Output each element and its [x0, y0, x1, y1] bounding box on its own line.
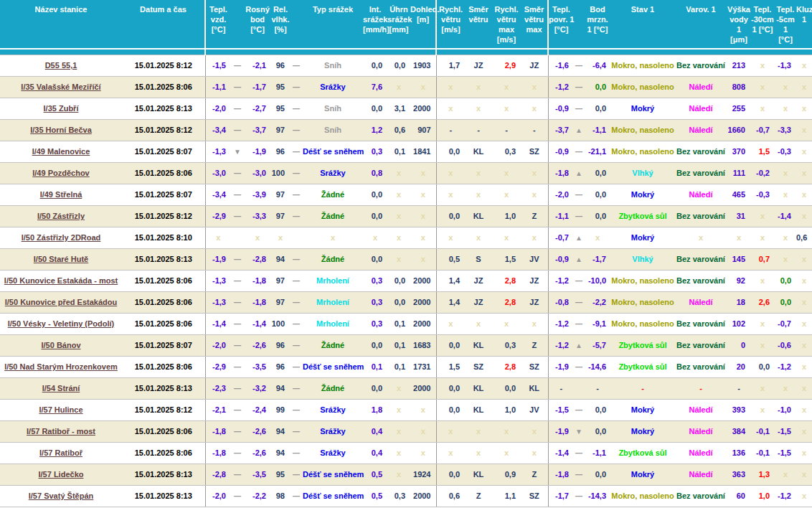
rel-humidity: 97	[271, 291, 290, 313]
station: I/50 Bánov	[0, 334, 122, 356]
wind-speed-max: 2,8	[492, 356, 521, 377]
precip-intensity: 7,6	[363, 76, 387, 98]
station-link[interactable]: I/57 Ratiboř - most	[27, 427, 95, 436]
slipperiness: x	[796, 55, 812, 76]
slipperiness: x	[796, 270, 812, 291]
station-link[interactable]: I/50 Staré Hutě	[34, 255, 88, 263]
station-link[interactable]: I/50 Vésky - Veletiny (Podolí)	[8, 319, 115, 328]
air-temp: -2,0	[205, 98, 231, 119]
rel-humidity: 97	[271, 119, 290, 141]
col-header-dew-point: Rosný bod [°C]	[244, 0, 271, 49]
precip-intensity: 0,0	[363, 184, 387, 205]
table-row: I/57 Svatý Štěpán15.01.2025 8:13-2,0—-2,…	[0, 485, 812, 507]
col-header-air-temp: Tepl. vzd. [°C]	[205, 0, 231, 49]
wind-speed-max: 1,5	[492, 248, 521, 270]
precip-type: Mrholení	[303, 270, 363, 291]
station-link[interactable]: I/50 Nad Starým Hrozenkovem	[4, 362, 118, 371]
station-link[interactable]: I/57 Lidečko	[39, 470, 84, 479]
rel-humidity-trend: —	[290, 464, 303, 485]
header-strip-cell	[363, 49, 387, 55]
header-strip-cell	[775, 49, 796, 55]
precip-intensity: 0,8	[363, 162, 387, 184]
air-temp-trend: —	[231, 205, 244, 227]
temp-5cm: -1,5	[775, 420, 796, 442]
station-link[interactable]: I/49 Střelná	[40, 190, 82, 199]
rel-humidity-trend: —	[290, 291, 303, 313]
station-link[interactable]: I/35 Horní Bečva	[30, 126, 92, 134]
rel-humidity-trend: —	[290, 313, 303, 334]
station-link[interactable]: I/49 Malenovice	[32, 147, 90, 156]
station-link[interactable]: I/57 Ratiboř	[39, 448, 82, 457]
freezing-point: -9,1	[584, 313, 611, 334]
precip-intensity: 0,5	[363, 485, 387, 507]
rel-humidity-trend: —	[290, 270, 303, 291]
station-link[interactable]: I/50 Zástřizly	[37, 212, 85, 220]
dew-point: -3,0	[244, 162, 271, 184]
air-temp: -1,9	[205, 248, 231, 270]
table-row: I/50 Bánov15.01.2025 8:07-2,0—-2,696—Žád…	[0, 334, 812, 356]
precip-intensity: 0,0	[363, 334, 387, 356]
wind-speed-max: x	[492, 420, 521, 442]
datetime: 15.01.2025 8:10	[122, 227, 205, 248]
station-link[interactable]: D55 55,1	[45, 61, 77, 70]
wind-dir: x	[465, 184, 492, 205]
dew-point: -2,6	[244, 420, 271, 442]
precip-total: x	[387, 227, 410, 248]
header-strip-cell	[122, 49, 205, 55]
station-link[interactable]: I/35 Valašské Meziříčí	[21, 83, 100, 91]
rel-humidity: 95	[271, 76, 290, 98]
header-strip-cell	[244, 49, 271, 55]
col-header-wind-dir-max: Směr větru max	[521, 0, 548, 49]
rel-humidity: 96	[271, 55, 290, 76]
header-strip-cell	[0, 49, 122, 55]
station-link[interactable]: I/50 Kunovice před Estakádou	[5, 298, 118, 306]
dew-point: -1,7	[244, 76, 271, 98]
rel-humidity-trend: —	[290, 356, 303, 377]
wind-dir: JZ	[465, 270, 492, 291]
station-link[interactable]: I/50 Bánov	[41, 341, 80, 349]
air-temp: -1,3	[205, 141, 231, 162]
dew-point: -2,6	[244, 334, 271, 356]
temp-30cm: -0,1	[750, 420, 775, 442]
air-temp: -2,3	[205, 377, 231, 399]
col-header-surface-temp: Tepl. povr. 1 [°C]	[548, 0, 574, 49]
station-link[interactable]: I/50 Zástřizly 2DRoad	[22, 233, 101, 242]
precip-type: Sníh	[303, 55, 363, 76]
freezing-point: 0,0	[584, 420, 611, 442]
surface-temp: -2,0	[548, 184, 574, 205]
table-row: I/50 Kunovice Estakáda - most15.01.2025 …	[0, 270, 812, 291]
col-header-wind-speed-max: Rychl. větru max [m/s]	[492, 0, 521, 49]
weather-stations-page: Název staniceDatum a časTepl. vzd. [°C]R…	[0, 0, 812, 508]
table-row: I/50 Nad Starým Hrozenkovem15.01.2025 8:…	[0, 356, 812, 377]
temp-30cm: x	[750, 334, 775, 356]
station-link[interactable]: I/50 Kunovice Estakáda - most	[4, 276, 118, 285]
state: Mokro, nasoleno	[611, 55, 674, 76]
header-strip-cell	[410, 49, 436, 55]
wind-speed-max: x	[492, 76, 521, 98]
station-link[interactable]: I/49 Pozděchov	[32, 169, 89, 177]
air-temp: -2,9	[205, 356, 231, 377]
datetime: 15.01.2025 8:06	[122, 442, 205, 464]
station: I/50 Zástřizly 2DRoad	[0, 227, 122, 248]
precip-total: 0,0	[387, 270, 410, 291]
rel-humidity-trend: —	[290, 119, 303, 141]
wind-speed-max: 1,0	[492, 205, 521, 227]
station-link[interactable]: I/35 Zubří	[44, 104, 79, 113]
surface-temp-trend: ▲	[574, 227, 584, 248]
header-strip-cell	[796, 49, 812, 55]
header-strip-cell	[750, 49, 775, 55]
surface-temp-trend: —	[574, 291, 584, 313]
station-link[interactable]: I/54 Strání	[42, 384, 80, 392]
wind-dir: JZ	[465, 55, 492, 76]
wind-speed: -	[436, 119, 465, 141]
table-row: I/50 Staré Hutě15.01.2025 8:13-1,9—-2,89…	[0, 248, 812, 270]
state: Zbytková sůl	[611, 442, 674, 464]
temp-30cm: x	[750, 399, 775, 420]
header-strip-cell	[303, 49, 363, 55]
weather-stations-table: Název staniceDatum a časTepl. vzd. [°C]R…	[0, 0, 812, 507]
station-link[interactable]: I/57 Hulince	[39, 405, 82, 414]
rel-humidity: 95	[271, 98, 290, 119]
station-link[interactable]: I/57 Svatý Štěpán	[29, 491, 94, 500]
precip-intensity: 0,0	[363, 98, 387, 119]
visibility: 1731	[410, 356, 436, 377]
